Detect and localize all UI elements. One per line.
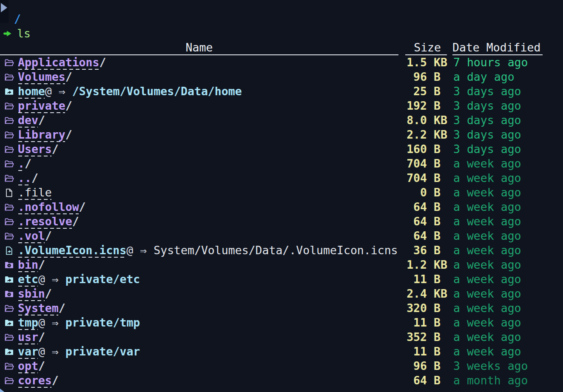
file-name-link[interactable]: home — [18, 85, 45, 98]
file-name-link[interactable]: opt — [18, 359, 38, 372]
file-name-link[interactable]: tmp — [18, 316, 38, 329]
classify-suffix: / — [45, 229, 52, 242]
file-row: Library/2.2KB3 days ago — [0, 128, 563, 142]
date-modified: 3 weeks ago — [453, 359, 563, 373]
file-name-link[interactable]: .. — [18, 171, 31, 185]
symlink-arrow: ⇒ — [59, 85, 65, 98]
folder-open-icon — [3, 216, 14, 227]
classify-suffix: / — [65, 128, 72, 141]
file-name-link[interactable]: bin — [18, 258, 38, 271]
file-size: 11 — [400, 315, 427, 330]
file-name-cell: Library/ — [18, 128, 400, 142]
prompt-marker-icon — [1, 3, 7, 12]
file-row: dev/8.0KB3 days ago — [0, 113, 563, 128]
classify-suffix: / — [25, 157, 31, 170]
file-name-link[interactable]: System — [18, 301, 59, 315]
file-size: 0 — [400, 185, 427, 200]
folder-open-icon — [3, 57, 14, 68]
file-name-cell: Applications/ — [18, 55, 400, 70]
classify-suffix: / — [72, 215, 79, 228]
file-row: private/192B3 days ago — [0, 99, 563, 113]
file-name-link[interactable]: var — [18, 345, 38, 358]
file-name-link[interactable]: Applications — [18, 56, 99, 69]
file-name-cell: .resolve/ — [18, 214, 400, 229]
file-row: .VolumeIcon.icns@⇒System/Volumes/Data/.V… — [0, 243, 563, 258]
symlink-arrow: ⇒ — [52, 316, 59, 329]
file-name-cell: .file — [18, 185, 400, 200]
symlink-target: /System/Volumes/Data/home — [72, 85, 242, 98]
file-name-cell: ../ — [18, 171, 400, 185]
file-name-link[interactable]: sbin — [18, 287, 45, 300]
file-row: bin/1.2KBa week ago — [0, 258, 563, 272]
file-name-link[interactable]: dev — [18, 114, 38, 127]
symlink-target: System/Volumes/Data/.VolumeIcon.icns — [154, 244, 398, 257]
table-header: Name Size Date Modified — [0, 41, 563, 55]
file-size-unit: B — [434, 344, 447, 359]
symlink-target: private/var — [65, 345, 140, 358]
file-name-cell: tmp@⇒private/tmp — [18, 315, 400, 330]
folder-open-icon — [3, 375, 14, 386]
file-name-cell: bin/ — [18, 258, 400, 272]
date-modified: a week ago — [453, 301, 563, 315]
file-size-unit: KB — [434, 113, 447, 128]
file-size: 25 — [400, 84, 427, 99]
file-icon — [3, 187, 14, 198]
file-row: var@⇒private/var11Ba week ago — [0, 344, 563, 359]
folder-open-icon — [3, 158, 14, 169]
file-row: System/320Ba week ago — [0, 301, 563, 315]
file-name-link[interactable]: .file — [18, 186, 52, 199]
symlink-arrow: ⇒ — [52, 345, 59, 358]
file-name-link[interactable]: .resolve — [18, 215, 72, 228]
file-name-link[interactable]: private — [18, 99, 65, 112]
date-modified: a week ago — [453, 287, 563, 301]
date-modified: 3 days ago — [453, 128, 563, 142]
classify-suffix: @ — [126, 244, 133, 257]
date-modified: a week ago — [453, 200, 563, 214]
file-symlink-icon — [3, 245, 14, 256]
date-modified: a week ago — [453, 243, 563, 258]
date-modified: a month ago — [453, 373, 563, 388]
file-name-link[interactable]: cores — [18, 374, 52, 387]
file-name-link[interactable]: usr — [18, 330, 38, 344]
file-name-link[interactable]: Users — [18, 142, 52, 156]
file-size-unit: B — [434, 156, 447, 171]
file-size: 1.5 — [400, 55, 427, 70]
file-name-link[interactable]: Volumes — [18, 70, 65, 83]
file-name-link[interactable]: .VolumeIcon.icns — [18, 244, 126, 257]
file-name-link[interactable]: Library — [18, 128, 65, 141]
file-size: 1.2 — [400, 258, 427, 272]
date-modified: a week ago — [453, 229, 563, 243]
header-size: Size — [405, 41, 447, 55]
file-size-unit: B — [434, 84, 447, 99]
date-modified: 3 days ago — [453, 113, 563, 128]
file-name-cell: opt/ — [18, 359, 400, 373]
terminal-screen[interactable]: / ls Name Size Date Modified Application… — [0, 0, 563, 392]
file-name-cell: var@⇒private/var — [18, 344, 400, 359]
file-size-unit: B — [434, 330, 447, 344]
folder-symlink-icon — [3, 274, 14, 285]
classify-suffix: / — [38, 258, 45, 271]
file-size: 352 — [400, 330, 427, 344]
file-name-link[interactable]: etc — [18, 273, 38, 286]
file-size: 96 — [400, 359, 427, 373]
file-name-cell: Volumes/ — [18, 70, 400, 84]
file-name-cell: Users/ — [18, 142, 400, 156]
classify-suffix: @ — [45, 85, 52, 98]
file-name-cell: usr/ — [18, 330, 400, 344]
file-name-link[interactable]: .nofollow — [18, 200, 79, 213]
header-name: Name — [0, 41, 398, 55]
file-row: opt/96B3 weeks ago — [0, 359, 563, 373]
file-name-link[interactable]: .vol — [18, 229, 45, 242]
file-size: 64 — [400, 200, 427, 214]
symlink-target: private/etc — [65, 273, 140, 286]
prompt-cwd: / — [14, 12, 21, 26]
file-size: 64 — [400, 229, 427, 243]
date-modified: 7 hours ago — [453, 55, 563, 70]
folder-gear-icon — [3, 259, 14, 270]
date-modified: 3 days ago — [453, 84, 563, 99]
file-size: 320 — [400, 301, 427, 315]
file-size: 8.0 — [400, 113, 427, 128]
date-modified: a week ago — [453, 272, 563, 287]
classify-suffix: / — [52, 142, 59, 156]
file-name-link[interactable]: . — [18, 157, 25, 170]
